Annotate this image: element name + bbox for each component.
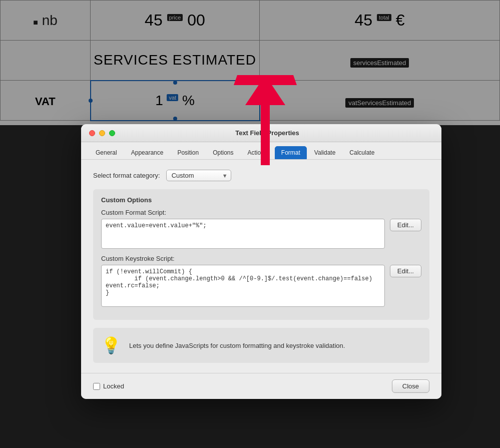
dialog-titlebar: Text Field Properties — [81, 124, 441, 142]
info-text: Lets you define JavaScripts for custom f… — [129, 342, 345, 349]
format-category-select[interactable]: Custom None Number Percentage Date Time … — [166, 170, 231, 181]
locked-label: Locked — [103, 382, 124, 390]
dialog-body: Select format category: Custom None Numb… — [81, 160, 441, 373]
dialog-text-field-properties: Text Field Properties General Appearance… — [81, 124, 441, 399]
tab-general[interactable]: General — [89, 146, 124, 159]
tab-position[interactable]: Position — [171, 146, 205, 159]
dialog-title: Text Field Properties — [101, 129, 433, 137]
dialog-footer: Locked Close — [81, 373, 441, 399]
tab-options[interactable]: Options — [206, 146, 240, 159]
custom-keystroke-script-label: Custom Keystroke Script: — [101, 255, 421, 262]
tab-bar: General Appearance Position Options Acti… — [81, 142, 441, 160]
tab-actions[interactable]: Actions — [241, 146, 273, 159]
custom-keystroke-script-textarea[interactable]: if (!event.willCommit) { if (event.chang… — [101, 265, 385, 307]
custom-format-script-input-row: event.value=event.value+"%"; Edit... — [101, 219, 421, 249]
close-traffic-light[interactable] — [89, 130, 95, 136]
custom-format-script-row: Custom Format Script: event.value=event.… — [101, 209, 421, 249]
custom-format-script-label: Custom Format Script: — [101, 209, 421, 216]
tab-appearance[interactable]: Appearance — [125, 146, 170, 159]
format-select-wrapper[interactable]: Custom None Number Percentage Date Time … — [166, 170, 231, 181]
tab-validate[interactable]: Validate — [308, 146, 342, 159]
custom-keystroke-script-row: Custom Keystroke Script: if (!event.will… — [101, 255, 421, 307]
custom-options-section: Custom Options Custom Format Script: eve… — [93, 189, 429, 320]
tab-format[interactable]: Format — [275, 146, 307, 159]
info-section: 💡 Lets you define JavaScripts for custom… — [93, 328, 429, 363]
custom-options-title: Custom Options — [101, 196, 421, 204]
custom-keystroke-script-input-row: if (!event.willCommit) { if (event.chang… — [101, 265, 421, 307]
locked-row: Locked — [93, 382, 124, 390]
edit-keystroke-script-button[interactable]: Edit... — [390, 265, 421, 277]
custom-format-script-textarea[interactable]: event.value=event.value+"%"; — [101, 219, 385, 249]
close-button[interactable]: Close — [392, 379, 429, 393]
locked-checkbox[interactable] — [93, 383, 100, 390]
format-category-label: Select format category: — [93, 172, 160, 179]
edit-format-script-button[interactable]: Edit... — [390, 219, 421, 231]
tab-calculate[interactable]: Calculate — [343, 146, 381, 159]
format-category-row: Select format category: Custom None Numb… — [93, 170, 429, 181]
lightbulb-icon: 💡 — [101, 336, 121, 355]
